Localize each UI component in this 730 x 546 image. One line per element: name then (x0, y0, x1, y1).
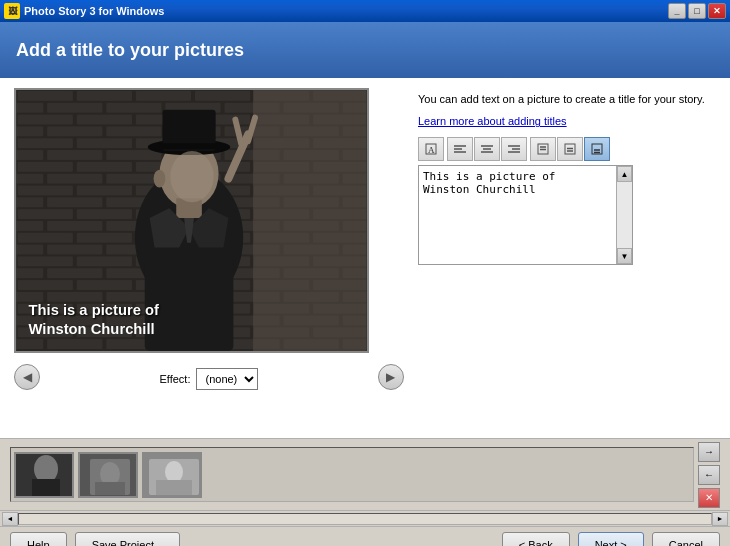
scroll-track (617, 182, 632, 248)
font-button[interactable]: A (418, 137, 444, 161)
svg-rect-14 (162, 143, 215, 149)
filmstrip-controls: → ← ✕ (698, 442, 720, 508)
instructions-text: You can add text on a picture to create … (418, 92, 716, 107)
svg-text:Winston Churchill: Winston Churchill (28, 321, 154, 337)
svg-rect-47 (32, 479, 60, 498)
thumbnail-3[interactable] (142, 452, 202, 498)
minimize-button[interactable]: _ (668, 3, 686, 19)
svg-rect-7 (253, 90, 366, 351)
left-panel: This is a picture of Winston Churchill ◀… (14, 88, 404, 428)
page-title: Add a title to your pictures (16, 40, 244, 61)
effect-label: Effect: (160, 373, 191, 385)
h-scroll-track (18, 513, 712, 525)
filmstrip-back-button[interactable]: ← (698, 465, 720, 485)
caption-input[interactable]: This is a picture of Winston Churchill (419, 166, 616, 264)
position-top-button[interactable] (530, 137, 556, 161)
image-preview: This is a picture of Winston Churchill (14, 88, 369, 353)
window-title: Photo Story 3 for Windows (24, 5, 668, 17)
prev-button[interactable]: ◀ (14, 364, 40, 390)
svg-text:A: A (428, 145, 435, 155)
back-button[interactable]: < Back (502, 532, 570, 547)
position-bottom-icon (590, 142, 604, 156)
align-right-icon (507, 143, 521, 155)
align-right-button[interactable] (501, 137, 527, 161)
align-center-icon (480, 143, 494, 155)
filmstrip-delete-button[interactable]: ✕ (698, 488, 720, 508)
svg-text:This is a picture of: This is a picture of (28, 302, 159, 318)
thumbnail-2[interactable] (78, 452, 138, 498)
effect-row: Effect: (none) (160, 368, 259, 390)
title-bar: 🖼 Photo Story 3 for Windows _ □ ✕ (0, 0, 730, 22)
close-button[interactable]: ✕ (708, 3, 726, 19)
help-button[interactable]: Help (10, 532, 67, 547)
bottom-bar: Help Save Project... < Back Next > Cance… (0, 526, 730, 546)
svg-point-18 (170, 151, 213, 202)
thumbnail-1-image (16, 454, 74, 498)
horizontal-scrollbar: ◄ ► (0, 510, 730, 526)
right-panel: You can add text on a picture to create … (418, 88, 716, 428)
scroll-up-button[interactable]: ▲ (617, 166, 632, 182)
svg-point-19 (154, 170, 166, 188)
app-icon: 🖼 (4, 3, 20, 19)
nav-row: ◀ Effect: (none) ▶ (14, 359, 404, 390)
filmstrip-forward-button[interactable]: → (698, 442, 720, 462)
align-center-button[interactable] (474, 137, 500, 161)
svg-point-54 (165, 461, 183, 483)
align-left-icon (453, 143, 467, 155)
svg-rect-55 (156, 480, 192, 495)
position-top-icon (536, 142, 550, 156)
thumbnail-2-image (80, 454, 138, 498)
next-button[interactable]: ▶ (378, 364, 404, 390)
position-bottom-button[interactable] (584, 137, 610, 161)
main-content: This is a picture of Winston Churchill ◀… (0, 78, 730, 438)
app-header: Add a title to your pictures (0, 22, 730, 78)
align-left-button[interactable] (447, 137, 473, 161)
svg-rect-51 (95, 482, 125, 495)
vertical-scrollbar: ▲ ▼ (616, 166, 632, 264)
scroll-down-button[interactable]: ▼ (617, 248, 632, 264)
preview-image: This is a picture of Winston Churchill (16, 90, 367, 351)
h-scroll-left-button[interactable]: ◄ (2, 512, 18, 526)
save-button[interactable]: Save Project... (75, 532, 181, 547)
cancel-button[interactable]: Cancel (652, 532, 720, 547)
filmstrip-scroll[interactable] (10, 447, 694, 502)
maximize-button[interactable]: □ (688, 3, 706, 19)
effect-select[interactable]: (none) (196, 368, 258, 390)
position-middle-button[interactable] (557, 137, 583, 161)
position-group (530, 137, 610, 161)
position-middle-icon (563, 142, 577, 156)
h-scroll-right-button[interactable]: ► (712, 512, 728, 526)
svg-point-46 (34, 455, 58, 483)
thumbnail-1[interactable] (14, 452, 74, 498)
caption-text-area: This is a picture of Winston Churchill ▲… (418, 165, 633, 265)
font-icon: A (424, 142, 438, 156)
window-controls: _ □ ✕ (668, 3, 726, 19)
thumbnail-3-image (144, 454, 202, 498)
alignment-group (447, 137, 527, 161)
filmstrip: → ← ✕ (0, 438, 730, 510)
format-toolbar: A (418, 137, 716, 161)
learn-link[interactable]: Learn more about adding titles (418, 115, 716, 127)
next-button[interactable]: Next > (578, 532, 644, 547)
